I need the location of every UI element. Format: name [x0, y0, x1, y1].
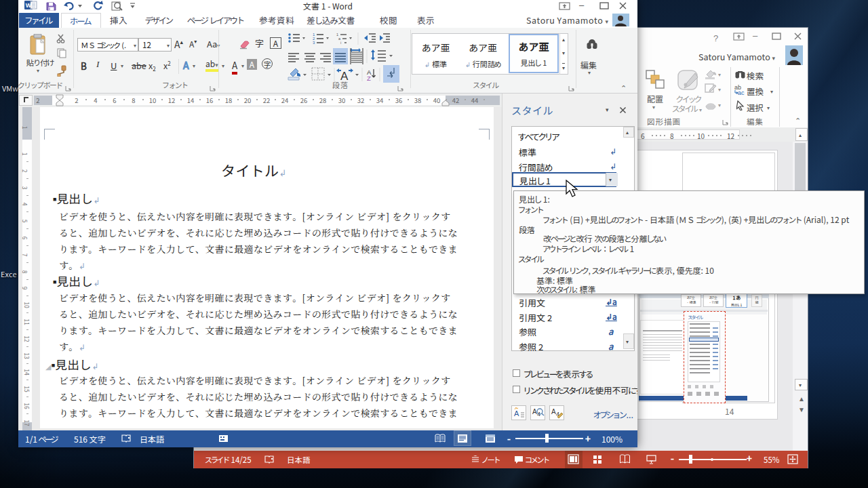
svg-text:ac: ac — [738, 89, 745, 96]
svg-text:A: A — [514, 409, 519, 418]
svg-text:i: i — [340, 41, 341, 45]
svg-text:3: 3 — [313, 41, 315, 45]
svg-text:A: A — [532, 408, 537, 415]
svg-text:A: A — [551, 408, 556, 415]
